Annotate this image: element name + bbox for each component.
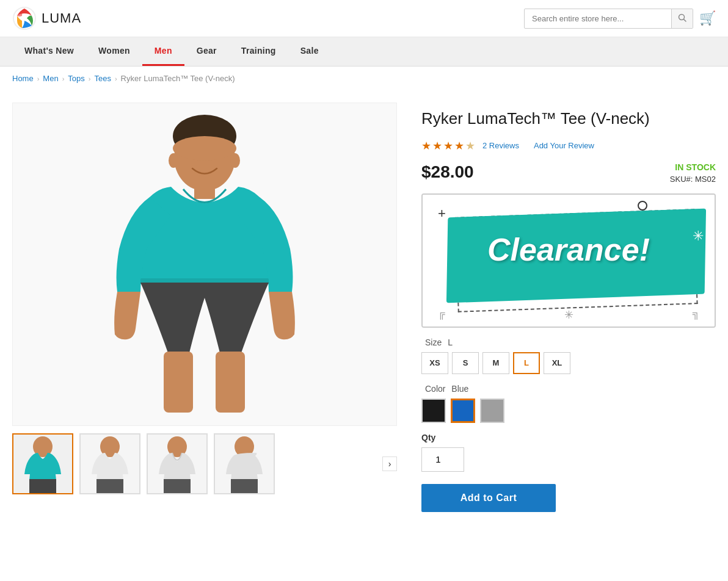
nav-list: What's New Women Men Gear Training Sale: [0, 37, 728, 66]
star-4: ★: [454, 139, 464, 153]
logo[interactable]: LUMA: [12, 6, 81, 31]
size-section: Size L XS S M L XL: [421, 337, 716, 374]
breadcrumb-home[interactable]: Home: [12, 74, 34, 83]
search-button[interactable]: [671, 9, 693, 28]
color-label: Color Blue: [421, 384, 716, 394]
nav-link-gear[interactable]: Gear: [184, 37, 229, 64]
size-label-text: Size: [425, 337, 442, 347]
thumbnail-next-arrow[interactable]: ›: [382, 457, 397, 471]
star-2: ★: [432, 139, 442, 153]
rating-row: ★ ★ ★ ★ ★ 2 Reviews Add Your Review: [421, 139, 716, 153]
color-swatch-blue[interactable]: [451, 399, 475, 423]
color-label-text: Color: [425, 384, 445, 394]
search-input[interactable]: [525, 10, 671, 27]
breadcrumb-sep-4: ›: [115, 75, 117, 82]
breadcrumb-current: Ryker LumaTech™ Tee (V-neck): [121, 74, 235, 83]
thumbnail-3[interactable]: [147, 433, 208, 494]
logo-text: LUMA: [42, 10, 81, 26]
svg-point-16: [173, 136, 236, 161]
svg-point-14: [230, 153, 240, 168]
svg-line-2: [684, 19, 686, 21]
breadcrumb-men[interactable]: Men: [43, 74, 58, 83]
product-gallery: ›: [12, 103, 397, 512]
clearance-circle-decor: [638, 201, 647, 211]
thumbnail-1-img: [13, 435, 72, 493]
nav-link-men[interactable]: Men: [142, 37, 184, 66]
reviews-link[interactable]: 2 Reviews: [482, 141, 519, 150]
nav-link-training[interactable]: Training: [229, 37, 288, 64]
header-right: 🛒: [524, 9, 716, 29]
color-options: [421, 399, 716, 423]
clearance-plus-decor: +: [438, 206, 446, 222]
thumbnail-4-img: [215, 435, 274, 493]
thumbnail-2-img: [81, 435, 139, 493]
nav-link-whats-new[interactable]: What's New: [12, 37, 86, 64]
clearance-bottom-left-decor: ╔: [438, 308, 445, 319]
thumbnail-list: ›: [12, 433, 397, 494]
size-m[interactable]: M: [482, 352, 509, 374]
breadcrumb-sep-2: ›: [62, 75, 65, 82]
size-l[interactable]: L: [513, 352, 540, 374]
clearance-bottom-right-decor: ╗: [693, 308, 699, 319]
size-options: XS S M L XL: [421, 352, 716, 374]
qty-section: Qty: [421, 433, 716, 472]
breadcrumb-sep-1: ›: [37, 75, 40, 82]
product-title: Ryker LumaTech™ Tee (V-neck): [421, 109, 716, 129]
svg-rect-25: [164, 479, 191, 493]
logo-icon: [12, 6, 37, 31]
color-section: Color Blue: [421, 384, 716, 423]
nav-item-whats-new: What's New: [12, 37, 86, 66]
size-label: Size L: [421, 337, 716, 347]
nav-link-women[interactable]: Women: [86, 37, 142, 64]
thumbnail-1[interactable]: [12, 433, 73, 494]
svg-point-13: [169, 153, 178, 168]
breadcrumb: Home › Men › Tops › Tees › Ryker LumaTec…: [0, 67, 728, 90]
thumbnail-4[interactable]: [214, 433, 275, 494]
stock-status: IN STOCK: [670, 162, 716, 172]
breadcrumb-sep-3: ›: [89, 75, 91, 82]
size-s[interactable]: S: [452, 352, 479, 374]
svg-rect-5: [194, 181, 215, 199]
nav-item-training: Training: [229, 37, 288, 66]
breadcrumb-tees[interactable]: Tees: [94, 74, 111, 83]
header: LUMA 🛒: [0, 0, 728, 37]
product-main-svg: [61, 109, 348, 420]
size-xs[interactable]: XS: [421, 352, 448, 374]
product-container: › Ryker LumaTech™ Tee (V-neck) ★ ★ ★ ★ ★…: [0, 90, 728, 536]
clearance-banner: + · · · · Clearance! ✳ ╔ ╗ ✳: [421, 193, 716, 328]
selected-color-value: Blue: [451, 384, 468, 394]
star-5: ★: [465, 139, 475, 153]
color-swatch-black[interactable]: [421, 399, 446, 423]
nav-link-sale[interactable]: Sale: [288, 37, 331, 64]
product-price: $28.00: [421, 162, 474, 182]
qty-input[interactable]: [421, 447, 464, 472]
qty-label: Qty: [421, 433, 716, 442]
nav-item-sale: Sale: [288, 37, 331, 66]
svg-rect-8: [216, 352, 245, 413]
svg-rect-28: [231, 479, 258, 493]
main-nav: What's New Women Men Gear Training Sale: [0, 37, 728, 67]
sku-value: MS02: [695, 175, 716, 184]
add-to-cart-button[interactable]: Add to Cart: [421, 484, 556, 512]
clearance-inner: + · · · · Clearance! ✳ ╔ ╗ ✳: [423, 195, 715, 327]
svg-rect-7: [164, 352, 193, 413]
product-info: Ryker LumaTech™ Tee (V-neck) ★ ★ ★ ★ ★ 2…: [421, 103, 716, 512]
breadcrumb-tops[interactable]: Tops: [68, 74, 84, 83]
product-sku: SKU#: MS02: [670, 175, 716, 184]
search-icon: [678, 13, 686, 22]
thumbnail-2[interactable]: [79, 433, 140, 494]
search-bar: [524, 9, 693, 29]
clearance-asterisk-right-decor: ✳: [693, 228, 704, 244]
nav-item-gear: Gear: [184, 37, 229, 66]
color-swatch-gray[interactable]: [480, 399, 504, 423]
selected-size-value: L: [448, 337, 453, 347]
stock-sku: IN STOCK SKU#: MS02: [670, 162, 716, 184]
main-product-image: [12, 103, 397, 426]
nav-item-women: Women: [86, 37, 142, 66]
cart-icon[interactable]: 🛒: [699, 10, 716, 26]
size-xl[interactable]: XL: [544, 352, 570, 374]
svg-rect-22: [96, 479, 123, 493]
add-review-link[interactable]: Add Your Review: [534, 141, 594, 150]
star-3: ★: [443, 139, 453, 153]
nav-item-men: Men: [142, 37, 184, 66]
